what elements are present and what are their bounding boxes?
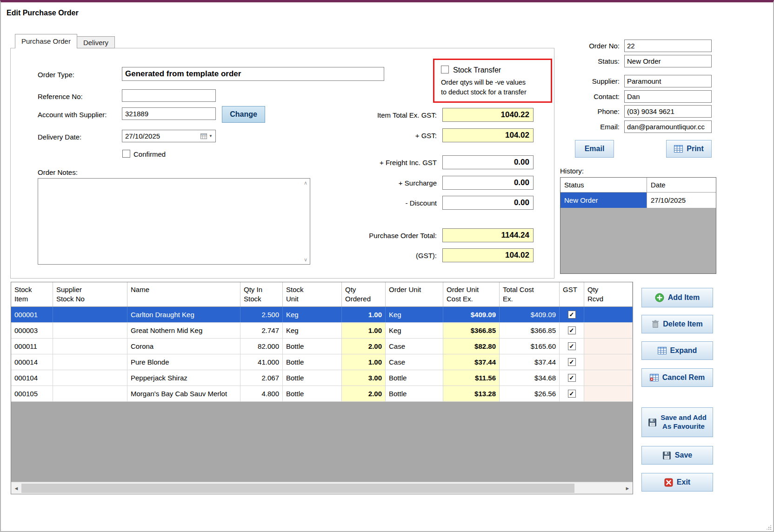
cell-qty-rcvd[interactable] xyxy=(584,307,633,322)
delivery-date-label: Delivery Date: xyxy=(38,133,81,141)
status-field[interactable]: New Order xyxy=(624,55,712,67)
cell-qty-ordered[interactable]: 1.00 xyxy=(342,323,386,338)
cell-order-unit-cost[interactable]: $366.85 xyxy=(443,323,500,338)
phone-field[interactable]: (03) 9034 9621 xyxy=(624,105,712,118)
expand-label: Expand xyxy=(670,346,697,355)
account-with-supplier-input[interactable]: 321889 xyxy=(122,107,216,120)
stock-transfer-note-line1: Order qtys will be -ve values xyxy=(441,79,526,86)
cell-qty-ordered[interactable]: 1.00 xyxy=(342,354,386,370)
dropdown-arrow-icon[interactable]: ▼ xyxy=(209,134,213,138)
add-item-button[interactable]: Add Item xyxy=(641,288,713,307)
cell-qty-ordered[interactable]: 3.00 xyxy=(342,370,386,386)
order-type-label: Order Type: xyxy=(38,71,74,79)
cell-qty-rcvd[interactable] xyxy=(584,386,633,401)
cell-order-unit-cost[interactable]: $13.28 xyxy=(443,386,500,401)
table-row[interactable]: 000105 Morgan's Bay Cab Sauv Merlot 4.80… xyxy=(11,386,633,402)
save-button[interactable]: Save xyxy=(641,446,713,465)
cell-order-unit-cost[interactable]: $409.09 xyxy=(443,307,500,322)
delete-item-button[interactable]: Delete Item xyxy=(641,315,713,333)
confirmed-checkbox[interactable] xyxy=(122,150,130,158)
scroll-left-icon[interactable]: ◄ xyxy=(11,482,21,494)
col-stock-unit[interactable]: StockUnit xyxy=(283,282,342,306)
col-order-unit-cost[interactable]: Order UnitCost Ex. xyxy=(443,282,500,306)
purchase-order-total-label: Purchase Order Total: xyxy=(253,232,442,239)
col-order-unit[interactable]: Order Unit xyxy=(386,282,443,306)
supplier-row: Supplier: Paramount xyxy=(562,75,712,87)
gst-checkbox[interactable]: ✓ xyxy=(568,390,576,398)
history-row-status: New Order xyxy=(560,193,647,208)
print-button[interactable]: Print xyxy=(666,140,712,158)
history-col-date[interactable]: Date xyxy=(647,178,716,192)
stock-transfer-checkbox[interactable] xyxy=(441,66,449,73)
col-name[interactable]: Name xyxy=(127,282,240,306)
tab-delivery[interactable]: Delivery xyxy=(77,36,115,48)
cell-qty-ordered[interactable]: 2.00 xyxy=(342,339,386,354)
surcharge-field[interactable]: 0.00 xyxy=(442,176,534,190)
cancel-rem-label: Cancel Rem xyxy=(662,373,705,382)
confirmed-label: Confirmed xyxy=(133,150,166,158)
col-label: Total Cost xyxy=(503,285,559,294)
gst-checkbox[interactable]: ✓ xyxy=(568,358,576,366)
cell-order-unit-cost[interactable]: $37.44 xyxy=(443,354,500,370)
cell-qty-ordered[interactable]: 2.00 xyxy=(342,386,386,401)
cell-order-unit-cost[interactable]: $82.80 xyxy=(443,339,500,354)
exit-button[interactable]: Exit xyxy=(641,473,713,492)
table-row[interactable]: 000003 Great Nothern Mid Keg 2.747 Keg 1… xyxy=(11,323,633,339)
cell-qty-rcvd[interactable] xyxy=(584,354,633,370)
gst-checkbox[interactable]: ✓ xyxy=(568,342,576,350)
col-stock-item[interactable]: StockItem xyxy=(11,282,53,306)
reference-no-input[interactable] xyxy=(122,89,216,102)
history-header: Status Date xyxy=(560,178,716,193)
save-and-add-favourite-button[interactable]: Save and Add As Favourite xyxy=(641,407,713,437)
table-row[interactable]: 000104 Pepperjack Shiraz 2.067 Bottle 3.… xyxy=(11,370,633,386)
horizontal-scrollbar[interactable]: ◄ ► xyxy=(11,482,633,494)
cancel-rem-button[interactable]: Cancel Rem xyxy=(641,368,713,387)
freight-field[interactable]: 0.00 xyxy=(442,155,534,169)
contact-field[interactable]: Dan xyxy=(624,90,712,103)
cell-qty-ordered[interactable]: 1.00 xyxy=(342,307,386,322)
col-label: Qty In xyxy=(244,285,282,294)
col-gst[interactable]: GST xyxy=(560,282,584,306)
calendar-icon[interactable] xyxy=(200,133,207,139)
history-row[interactable]: New Order 27/10/2025 xyxy=(560,193,716,208)
cell-name: Corona xyxy=(127,339,240,354)
tab-purchase-order[interactable]: Purchase Order xyxy=(15,34,77,48)
order-gst-label: (GST): xyxy=(253,252,442,259)
order-type-input[interactable]: Generated from template order xyxy=(122,67,384,81)
supplier-field[interactable]: Paramount xyxy=(624,75,712,87)
history-col-status[interactable]: Status xyxy=(560,178,647,192)
col-qty-ordered[interactable]: QtyOrdered xyxy=(342,282,386,306)
col-supplier-stock-no[interactable]: SupplierStock No xyxy=(53,282,127,306)
gst-checkbox[interactable]: ✓ xyxy=(568,374,576,382)
trash-icon xyxy=(652,320,659,328)
expand-button[interactable]: Expand xyxy=(641,341,713,360)
cell-order-unit-cost[interactable]: $11.56 xyxy=(443,370,500,386)
gst-checkbox[interactable]: ✓ xyxy=(568,311,576,319)
table-row[interactable]: 000001 Carlton Draught Keg 2.500 Keg 1.0… xyxy=(11,307,633,323)
table-row[interactable]: 000014 Pure Blonde 41.000 Bottle 1.00 Ca… xyxy=(11,354,633,370)
table-row[interactable]: 000011 Corona 82.000 Bottle 2.00 Case $8… xyxy=(11,339,633,354)
col-label: Ex. xyxy=(503,294,559,304)
col-total-cost[interactable]: Total CostEx. xyxy=(500,282,560,306)
cell-supplier-stock-no xyxy=(53,386,127,401)
cell-qty-rcvd[interactable] xyxy=(584,370,633,386)
account-with-supplier-label: Account with Supplier: xyxy=(38,111,107,119)
col-qty-rcvd[interactable]: QtyRcvd xyxy=(584,282,633,306)
cell-supplier-stock-no xyxy=(53,339,127,354)
col-label: Supplier xyxy=(56,285,127,294)
order-no-field[interactable]: 22 xyxy=(624,40,712,52)
gst-checkbox[interactable]: ✓ xyxy=(568,326,576,334)
col-qty-in-stock[interactable]: Qty InStock xyxy=(240,282,283,306)
discount-field[interactable]: 0.00 xyxy=(442,196,534,210)
scroll-right-icon[interactable]: ► xyxy=(622,482,633,494)
cell-stock-item: 000104 xyxy=(11,370,53,386)
status-row: Status: New Order xyxy=(562,55,712,67)
cell-qty-rcvd[interactable] xyxy=(584,339,633,354)
email-button[interactable]: Email xyxy=(575,140,614,158)
cell-qty-rcvd[interactable] xyxy=(584,323,633,338)
delivery-date-input[interactable]: 27/10/2025 ▼ xyxy=(122,130,216,142)
scrollbar-track[interactable] xyxy=(21,482,622,494)
scrollbar-thumb[interactable] xyxy=(21,484,574,493)
email-field[interactable]: dan@paramountliquor.cc xyxy=(624,120,712,133)
resize-grip[interactable] xyxy=(766,524,771,530)
